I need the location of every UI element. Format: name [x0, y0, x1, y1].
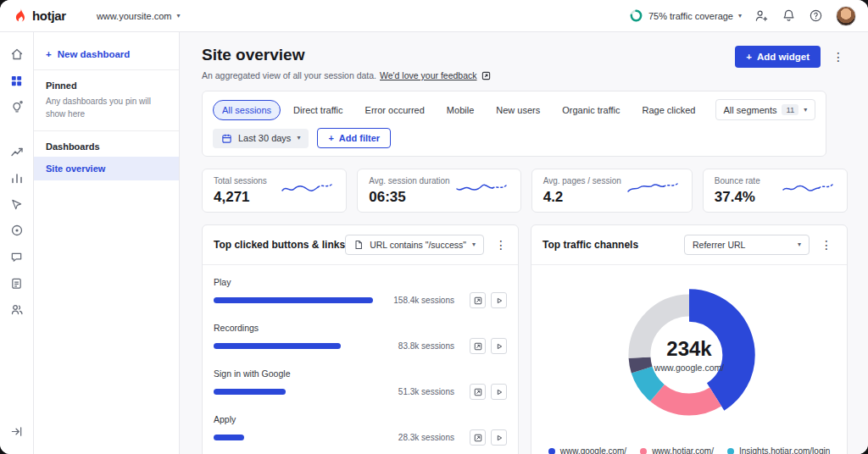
- nav-home[interactable]: [5, 42, 29, 66]
- bar-fill: [214, 435, 244, 440]
- play-recordings-button[interactable]: [491, 384, 507, 400]
- sparkline-chart: [455, 179, 509, 202]
- calendar-icon: [221, 133, 232, 144]
- widget-menu-button[interactable]: ⋮: [817, 237, 836, 252]
- nav-funnels[interactable]: [5, 192, 29, 216]
- segment-chip-new-users[interactable]: New users: [487, 100, 549, 120]
- hotjar-flame-icon: [12, 8, 28, 24]
- open-chart-icon: [474, 388, 482, 396]
- legend-dot: [640, 448, 647, 454]
- collapse-sidebar-button[interactable]: [5, 419, 29, 443]
- play-recordings-button[interactable]: [491, 429, 507, 446]
- segment-chip-direct-traffic[interactable]: Direct traffic: [284, 100, 352, 120]
- chat-bubble-icon: [10, 251, 23, 263]
- notifications-button[interactable]: [782, 8, 796, 23]
- new-dashboard-button[interactable]: + New dashboard: [34, 44, 142, 69]
- invite-user-button[interactable]: [754, 8, 769, 23]
- record-disc-icon: [10, 224, 24, 237]
- coverage-progress-icon: [629, 8, 643, 23]
- traffic-channels-widget: Top traffic channels Referrer URL ▾ ⋮: [531, 224, 848, 454]
- sessions-count: 28.3k sessions: [383, 433, 454, 442]
- pinned-section-header: Pinned: [34, 70, 179, 96]
- metric-card-total-sessions[interactable]: Total sessions 4,271: [202, 169, 347, 213]
- metric-card-pages-per-session[interactable]: Avg. pages / session 4.2: [531, 169, 693, 213]
- nav-trends[interactable]: [5, 140, 29, 163]
- page-menu-button[interactable]: ⋮: [829, 49, 848, 64]
- site-selector-dropdown[interactable]: www.yoursite.com ▾: [97, 11, 181, 21]
- nav-feedback[interactable]: [5, 245, 29, 269]
- metric-label: Avg. session duration: [369, 176, 449, 185]
- segment-chip-mobile[interactable]: Mobile: [437, 100, 483, 120]
- add-filter-label: Add filter: [339, 133, 380, 143]
- sparkline-chart: [626, 179, 681, 202]
- clicked-item-row: Play 158.4k sessions: [214, 277, 507, 308]
- date-range-value: Last 30 days: [238, 133, 291, 143]
- all-segments-label: All segments: [724, 105, 777, 115]
- add-widget-button[interactable]: + Add widget: [735, 46, 821, 68]
- metric-value: 4,271: [214, 189, 267, 206]
- external-link-icon: [481, 71, 491, 80]
- referrer-url-value: Referrer URL: [693, 240, 745, 250]
- nav-ideas[interactable]: [5, 95, 29, 119]
- hotjar-logo[interactable]: hotjar: [12, 8, 66, 24]
- view-heatmap-button[interactable]: [470, 338, 486, 354]
- metric-value: 37.4%: [715, 189, 760, 206]
- url-filter-value: URL contains "/success": [370, 240, 466, 250]
- play-recordings-button[interactable]: [491, 292, 507, 308]
- help-button[interactable]: [809, 8, 823, 23]
- view-heatmap-button[interactable]: [470, 429, 486, 446]
- collapse-arrow-icon: [10, 425, 23, 438]
- nav-metrics[interactable]: [5, 166, 29, 190]
- view-heatmap-button[interactable]: [470, 384, 486, 400]
- segments-count-badge: 11: [782, 104, 798, 115]
- clicked-item-label: Apply: [214, 414, 507, 424]
- chevron-down-icon: ▾: [798, 241, 801, 248]
- clicked-item-row: Sign in with Google 51.3k sessions: [214, 368, 507, 400]
- feedback-link[interactable]: We'd love your feedback: [380, 70, 476, 80]
- plus-icon: +: [46, 49, 52, 59]
- segment-chip-organic-traffic[interactable]: Organic traffic: [553, 100, 629, 120]
- add-filter-button[interactable]: + Add filter: [317, 128, 391, 148]
- widget-menu-button[interactable]: ⋮: [492, 237, 510, 252]
- segment-chip-error-occurred[interactable]: Error occurred: [356, 100, 434, 120]
- segment-chip-all-sessions[interactable]: All sessions: [213, 100, 281, 120]
- bar-fill: [214, 343, 341, 349]
- legend-label: www.hotjar.com/: [652, 446, 714, 454]
- date-range-dropdown[interactable]: Last 30 days ▾: [213, 129, 309, 148]
- sparkline-chart: [281, 179, 335, 202]
- url-filter-dropdown[interactable]: URL contains "/success" ▾: [345, 235, 484, 255]
- dashboards-section-header[interactable]: Dashboards: [34, 131, 179, 157]
- all-segments-dropdown[interactable]: All segments 11 ▾: [715, 99, 816, 120]
- subtitle-text: An aggregated view of all your session d…: [202, 70, 376, 80]
- chevron-down-icon: ▾: [804, 107, 807, 114]
- referrer-url-dropdown[interactable]: Referrer URL ▾: [684, 235, 810, 255]
- view-heatmap-button[interactable]: [470, 292, 486, 308]
- nav-surveys[interactable]: [5, 271, 29, 295]
- legend-item[interactable]: www.google.com/: [548, 446, 626, 454]
- metric-card-bounce-rate[interactable]: Bounce rate 37.4%: [703, 169, 848, 213]
- play-recordings-button[interactable]: [491, 338, 507, 354]
- nav-interviews[interactable]: [5, 297, 29, 321]
- user-avatar[interactable]: [836, 6, 856, 26]
- legend-dot: [727, 448, 734, 454]
- segment-chip-rage-clicked[interactable]: Rage clicked: [633, 100, 705, 120]
- bar-track: [214, 389, 373, 395]
- sidebar-item-site-overview[interactable]: Site overview: [34, 157, 179, 180]
- metric-label: Avg. pages / session: [543, 176, 621, 185]
- coverage-label: 75% traffic coverage: [648, 11, 733, 21]
- lightbulb-icon: [10, 100, 24, 114]
- nav-dashboards[interactable]: [5, 69, 29, 92]
- traffic-donut-chart[interactable]: 234k www.google.com/: [608, 274, 771, 436]
- legend-item[interactable]: www.hotjar.com/: [640, 446, 714, 454]
- legend-item[interactable]: Insights.hotjar.com/login: [727, 446, 830, 454]
- widget-title: Top clicked buttons & links: [214, 239, 345, 251]
- chevron-down-icon: ▾: [297, 135, 300, 141]
- play-icon: [495, 388, 504, 396]
- metric-label: Total sessions: [214, 176, 267, 185]
- legend-dot: [548, 448, 555, 454]
- nav-recordings[interactable]: [5, 219, 29, 242]
- traffic-coverage-dropdown[interactable]: 75% traffic coverage ▾: [629, 8, 742, 23]
- main-content: Site overview An aggregated view of all …: [180, 32, 868, 454]
- clicked-item-label: Play: [214, 277, 507, 287]
- metric-card-session-duration[interactable]: Avg. session duration 06:35: [357, 169, 520, 213]
